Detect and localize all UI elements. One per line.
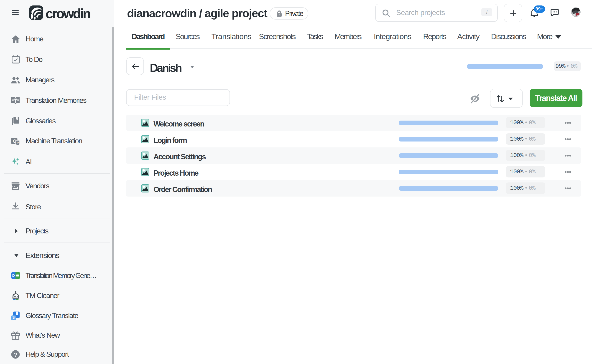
svg-text:文: 文 bbox=[16, 141, 20, 145]
svg-text:?: ? bbox=[14, 351, 17, 358]
svg-text:文: 文 bbox=[12, 316, 15, 320]
